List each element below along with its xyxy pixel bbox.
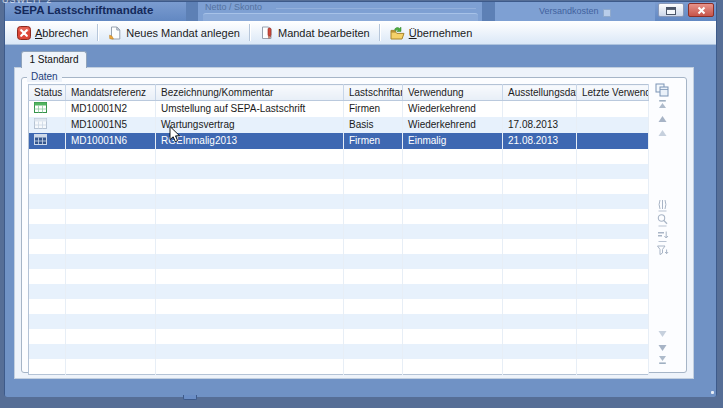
column-header-mandatsreferenz[interactable]: Mandatsreferenz <box>66 85 156 101</box>
restore-icon <box>666 3 676 18</box>
table-row[interactable]: MD10001N5WartungsvertragBasisWiederkehre… <box>29 117 649 133</box>
toolbar-button-neues-mandat-anlegen[interactable]: Neues Mandat anlegen <box>102 23 246 42</box>
table-cell-lastschriftart <box>344 209 403 224</box>
toolbar-button--bernehmen[interactable]: Übernehmen <box>384 23 479 42</box>
table-cell-status <box>29 284 66 299</box>
table-cell-status <box>29 209 66 224</box>
row-up-button[interactable] <box>652 112 672 126</box>
table-cell-bezeichnung: Umstellung auf SEPA-Lastschrift <box>156 101 344 117</box>
table-cell-ausstellungsdatum <box>503 209 577 224</box>
toolbar-button-label: Abbrechen <box>35 27 88 39</box>
table-cell-letzte_verwendung <box>577 254 649 269</box>
fit-columns-button[interactable] <box>652 199 672 213</box>
scroll-top-button[interactable] <box>652 98 672 112</box>
table-row-empty <box>29 329 649 344</box>
table-cell-mandatsreferenz <box>66 299 156 314</box>
column-header-verwendung[interactable]: Verwendung <box>403 85 503 101</box>
column-header-ausstellungsdatum[interactable]: Ausstellungsdatum <box>503 85 577 101</box>
table-cell-ausstellungsdatum <box>503 314 577 329</box>
table-cell-status <box>29 101 66 117</box>
tab-1-standard[interactable]: 1 Standard <box>21 51 87 68</box>
scroll-top-icon <box>657 98 668 113</box>
row-down-dim-button[interactable] <box>652 327 672 341</box>
table-row-empty <box>29 284 649 299</box>
resize-grip[interactable] <box>711 391 714 394</box>
table-cell-letzte_verwendung <box>577 314 649 329</box>
row-up-dim-button[interactable] <box>652 126 672 140</box>
table-cell-letzte_verwendung <box>577 239 649 254</box>
table-cell-verwendung <box>403 224 503 239</box>
table-cell-ausstellungsdatum: 17.08.2013 <box>503 117 577 133</box>
table-cell-mandatsreferenz <box>66 269 156 284</box>
row-down-dim-icon <box>657 327 668 342</box>
table-cell-letzte_verwendung <box>577 194 649 209</box>
table-row-empty <box>29 314 649 329</box>
table-cell-lastschriftart <box>344 239 403 254</box>
background-window-divider <box>186 2 198 21</box>
toolbar-button-mandat-bearbeiten[interactable]: Mandat bearbeiten <box>254 23 376 42</box>
search-button[interactable] <box>652 214 672 228</box>
column-header-lastschriftart[interactable]: Lastschriftart <box>344 85 403 101</box>
table-cell-verwendung <box>403 329 503 344</box>
table-row[interactable]: MD10001N6RGEInmalig2013FirmenEinmalig21.… <box>29 133 649 149</box>
table-cell-status <box>29 314 66 329</box>
column-header-bezeichnung-kommentar[interactable]: Bezeichnung/Kommentar <box>156 85 344 101</box>
table-cell-mandatsreferenz <box>66 224 156 239</box>
table-cell-bezeichnung <box>156 359 344 375</box>
table-cell-mandatsreferenz <box>66 149 156 164</box>
table-cell-status <box>29 254 66 269</box>
table-cell-lastschriftart <box>344 284 403 299</box>
table-cell-ausstellungsdatum <box>503 179 577 194</box>
column-header-letzte-verwendung[interactable]: Letzte Verwendung <box>577 85 649 101</box>
mandate-active-icon <box>34 102 47 117</box>
table-cell-lastschriftart <box>344 269 403 284</box>
cancel-icon <box>17 26 31 40</box>
table-row-empty <box>29 299 649 314</box>
table-row[interactable]: MD10001N2Umstellung auf SEPA-Lastschrift… <box>29 101 649 117</box>
table-cell-lastschriftart <box>344 179 403 194</box>
table-cell-letzte_verwendung <box>577 284 649 299</box>
table-cell-verwendung <box>403 359 503 375</box>
background-groupbox-label: Netto / Skonto <box>205 2 262 12</box>
table-cell-bezeichnung <box>156 299 344 314</box>
toolbar-button-abbrechen[interactable]: Abbrechen <box>11 23 94 42</box>
table-cell-verwendung <box>403 299 503 314</box>
filter-button[interactable] <box>652 245 672 259</box>
table-cell-lastschriftart <box>344 344 403 359</box>
table-cell-bezeichnung: RGEInmalig2013 <box>156 133 344 149</box>
table-row-empty <box>29 194 649 209</box>
table-cell-verwendung <box>403 314 503 329</box>
table-row-empty <box>29 149 649 164</box>
background-label-text: Versandkosten <box>539 6 599 16</box>
copy-grid-button[interactable] <box>652 84 672 98</box>
table-cell-status <box>29 239 66 254</box>
table-cell-verwendung: Einmalig <box>403 133 503 149</box>
screen: USWEIT 2 SEPA Lastschriftmandate Netto /… <box>0 0 723 408</box>
table-cell-letzte_verwendung <box>577 179 649 194</box>
table-cell-ausstellungsdatum: 21.08.2013 <box>503 133 577 149</box>
table-cell-verwendung <box>403 179 503 194</box>
table-cell-verwendung <box>403 239 503 254</box>
table-row-empty <box>29 239 649 254</box>
table-cell-status <box>29 344 66 359</box>
background-label-versandkosten: Versandkosten <box>495 2 655 21</box>
mandate-inactive-icon <box>34 118 47 133</box>
table-header: StatusMandatsreferenzBezeichnung/Komment… <box>29 85 649 101</box>
mandates-table: StatusMandatsreferenzBezeichnung/Komment… <box>28 84 649 375</box>
edit-document-icon <box>260 26 274 40</box>
sort-button[interactable] <box>652 230 672 244</box>
table-row-empty <box>29 254 649 269</box>
table-cell-lastschriftart <box>344 299 403 314</box>
table-cell-status <box>29 164 66 179</box>
mandate-selected-icon <box>34 134 47 149</box>
table-cell-verwendung <box>403 194 503 209</box>
table-cell-bezeichnung <box>156 284 344 299</box>
table-cell-mandatsreferenz <box>66 359 156 375</box>
table-cell-bezeichnung <box>156 254 344 269</box>
close-button[interactable] <box>688 3 714 17</box>
table-cell-lastschriftart <box>344 359 403 375</box>
scroll-bottom-button[interactable] <box>652 353 672 367</box>
table-cell-verwendung <box>403 254 503 269</box>
column-header-status[interactable]: Status <box>29 85 66 101</box>
restore-button[interactable] <box>658 3 684 17</box>
